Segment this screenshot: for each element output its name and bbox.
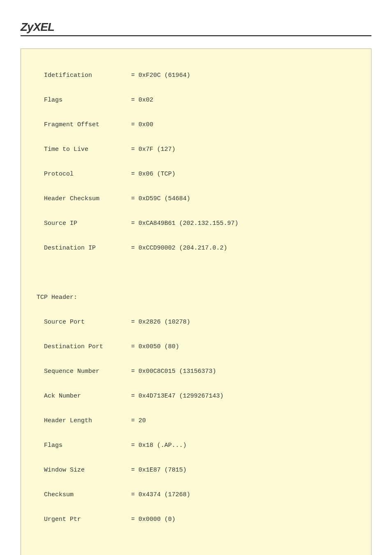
tcp-hlen-value: = 20: [131, 417, 146, 424]
ip-dst-value: = 0xCCD90002 (204.217.0.2): [131, 245, 227, 252]
tcp-ack-label: Ack Number: [44, 390, 131, 402]
tcp-sport-label: Source Port: [44, 316, 131, 328]
tcp-ack-value: = 0x4D713E47 (1299267143): [131, 393, 224, 400]
ip-flags-label: Flags: [44, 94, 131, 106]
tcp-flags-value: = 0x18 (.AP...): [131, 442, 187, 449]
tcp-urg-label: Urgent Ptr: [44, 513, 131, 526]
header-rule: [21, 35, 371, 36]
tcp-urg-value: = 0x0000 (0): [131, 516, 175, 523]
ip-frag-value: = 0x00: [131, 121, 153, 128]
ip-proto-value: = 0x06 (TCP): [131, 171, 175, 178]
tcp-chk-value: = 0x4374 (17268): [131, 491, 190, 498]
tcp-dport-label: Destination Port: [44, 341, 131, 353]
ip-id-label: Idetification: [44, 69, 131, 82]
ip-chk-value: = 0xD59C (54684): [131, 195, 190, 202]
ip-ttl-label: Time to Live: [44, 143, 131, 156]
tcp-win-value: = 0x1E87 (7815): [131, 467, 187, 474]
tcp-seq-value: = 0x00C8C015 (13156373): [131, 368, 216, 375]
tcp-flags-label: Flags: [44, 439, 131, 452]
tcp-chk-label: Checksum: [44, 489, 131, 501]
ip-proto-label: Protocol: [44, 168, 131, 180]
ip-src-label: Source IP: [44, 217, 131, 230]
ip-id-value: = 0xF20C (61964): [131, 72, 190, 79]
ip-ttl-value: = 0x7F (127): [131, 146, 175, 153]
ip-flags-value: = 0x02: [131, 97, 153, 104]
brand-logo: ZyXEL: [21, 21, 371, 34]
tcp-header-title: TCP Header:: [25, 291, 367, 304]
tcp-hlen-label: Header Length: [44, 415, 131, 427]
packet-dump-box: Idetification= 0xF20C (61964) Flags= 0x0…: [21, 49, 371, 555]
tcp-sport-value: = 0x2826 (10278): [131, 319, 190, 326]
ip-frag-label: Fragment Offset: [44, 119, 131, 131]
tcp-win-label: Window Size: [44, 464, 131, 476]
ip-chk-label: Header Checksum: [44, 193, 131, 205]
tcp-seq-label: Sequence Number: [44, 365, 131, 378]
tcp-dport-value: = 0x0050 (80): [131, 343, 179, 350]
ip-dst-label: Destination IP: [44, 242, 131, 254]
page-root: ZyXEL Idetification= 0xF20C (61964) Flag…: [0, 0, 392, 555]
ip-src-value: = 0xCA849B61 (202.132.155.97): [131, 220, 238, 227]
